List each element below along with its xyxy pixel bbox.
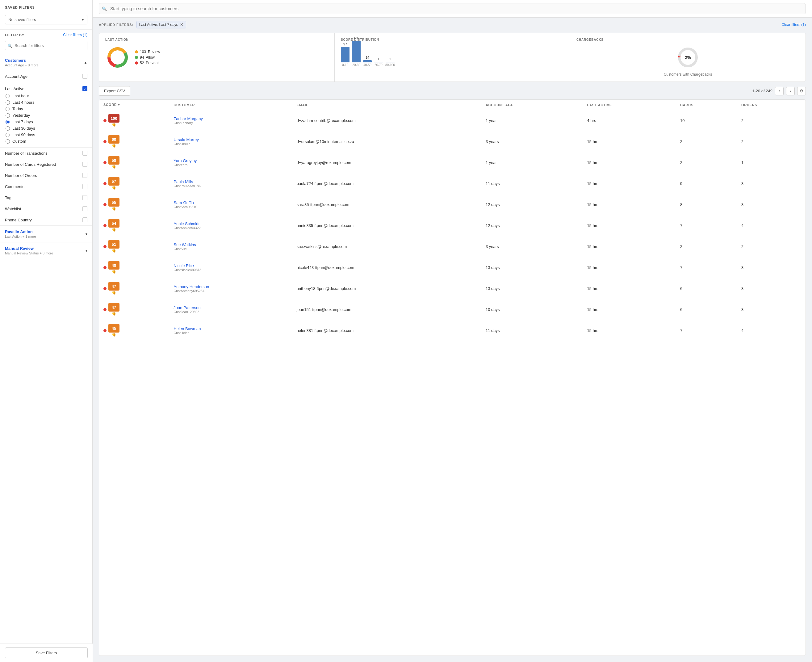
customer-cell: Helen Bowman CustHelen	[169, 320, 292, 341]
score-dot	[103, 308, 106, 311]
num-cards-checkbox[interactable]	[82, 162, 87, 167]
bar-60-79-rect	[374, 62, 383, 63]
customer-name[interactable]: Yara Greyjoy	[173, 158, 288, 163]
customer-name[interactable]: Anthony Henderson	[173, 284, 288, 289]
last-active-checkbox[interactable]: ✓	[82, 86, 87, 91]
score-dot	[103, 161, 106, 164]
customer-cell: Sue Watkins CustSue	[169, 236, 292, 257]
table-row[interactable]: 57 👎 Paula Mills CustPaula339186 paula72…	[99, 173, 806, 194]
cards-cell: 10	[676, 110, 737, 131]
watchlist-checkbox[interactable]	[82, 206, 87, 211]
saved-filters-header: SAVED FILTERS	[0, 0, 92, 12]
tag-filter[interactable]: Tag	[0, 192, 92, 203]
clear-filters-link[interactable]: Clear filters (1)	[63, 33, 87, 37]
orders-cell: 4	[737, 215, 806, 236]
radio-today[interactable]: Today	[6, 106, 87, 111]
table-row[interactable]: 51 👎 Sue Watkins CustSue sue.watkins@rex…	[99, 236, 806, 257]
table-row[interactable]: 58 👎 Yara Greyjoy CustYara d+yaragreyjoy…	[99, 152, 806, 173]
customer-id: CustPaula339186	[173, 184, 288, 188]
score-cell: 45 👎	[99, 320, 169, 341]
score-cell: 48 👎	[99, 257, 169, 278]
table-settings-button[interactable]: ⚙	[797, 87, 806, 95]
score-dot	[103, 329, 106, 332]
num-transactions-checkbox[interactable]	[82, 151, 87, 156]
tag-checkbox[interactable]	[82, 195, 87, 200]
export-csv-button[interactable]: Export CSV	[99, 86, 130, 96]
customer-name[interactable]: Sue Watkins	[173, 243, 288, 247]
chargebacks-label: Customers with Chargebacks	[664, 72, 712, 77]
radio-custom[interactable]: Custom	[6, 139, 87, 144]
table-toolbar: Export CSV 1-20 of 249 ‹ › ⚙	[93, 86, 812, 100]
allow-count: 94	[140, 55, 144, 59]
score-cell: 100 👎	[99, 110, 169, 131]
watchlist-filter[interactable]: Watchlist	[0, 203, 92, 214]
chip-close-icon[interactable]: ✕	[180, 22, 183, 27]
pagination-prev-button[interactable]: ‹	[775, 87, 783, 95]
num-transactions-filter[interactable]: Number of Transactions	[0, 148, 92, 159]
last-active-label: Last Active	[5, 87, 24, 91]
bar-0-19: 97 0-19	[341, 42, 350, 67]
account-age-cell: 10 days	[481, 299, 583, 320]
customer-cell: Zachar Morgany CustZachary	[169, 110, 292, 131]
review-count: 103	[140, 50, 146, 54]
customer-name[interactable]: Sara Griffin	[173, 200, 288, 205]
num-cards-filter[interactable]: Number of Cards Registered	[0, 159, 92, 170]
customer-name[interactable]: Annie Schmidt	[173, 222, 288, 226]
account-age-checkbox[interactable]	[82, 74, 87, 79]
bar-60-79-label: 60-79	[374, 63, 382, 67]
radio-last-4-hours[interactable]: Last 4 hours	[6, 100, 87, 104]
watchlist-label: Watchlist	[5, 207, 21, 211]
table-row[interactable]: 47 👎 Joan Patterson CustJoan120803 joan1…	[99, 299, 806, 320]
table-row[interactable]: 55 👎 Sara Griffin CustSara93610 sara35-f…	[99, 194, 806, 215]
search-icon: 🔍	[7, 43, 12, 48]
score-badge: 60	[108, 135, 119, 144]
table-row[interactable]: 47 👎 Anthony Henderson CustAnthony695264…	[99, 278, 806, 299]
score-badge: 45	[108, 324, 119, 333]
customer-name[interactable]: Zachar Morgany	[173, 116, 288, 121]
customers-section-header[interactable]: Customers Account Age + 8 more ▲	[0, 55, 92, 71]
account-age-filter-item[interactable]: Account Age	[0, 71, 92, 82]
customer-cell: Paula Mills CustPaula339186	[169, 173, 292, 194]
radio-last-7-days[interactable]: Last 7 days	[6, 119, 87, 124]
pagination-next-button[interactable]: ›	[786, 87, 795, 95]
table-row[interactable]: 48 👎 Nicole Rice CustNicole490313 nicole…	[99, 257, 806, 278]
manual-review-header[interactable]: Manual Review Manual Review Status + 3 m…	[0, 243, 92, 259]
filter-by-label: FILTER BY	[5, 33, 24, 37]
phone-country-filter[interactable]: Phone Country	[0, 214, 92, 225]
score-flag: 👎	[112, 123, 116, 127]
col-score[interactable]: SCORE ▾	[99, 100, 169, 110]
num-orders-filter[interactable]: Number of Orders	[0, 170, 92, 181]
radio-yesterday[interactable]: Yesterday	[6, 113, 87, 117]
cards-cell: 9	[676, 173, 737, 194]
table-row[interactable]: 100 👎 Zachar Morgany CustZachary d+zachm…	[99, 110, 806, 131]
bar-20-39: 136 20-39	[352, 36, 361, 67]
save-filters-button[interactable]: Save Filters	[5, 648, 88, 658]
num-orders-checkbox[interactable]	[82, 173, 87, 178]
last-active-header: Last Active ✓	[5, 83, 87, 93]
customer-search-input[interactable]	[99, 3, 806, 14]
radio-last-hour[interactable]: Last hour	[6, 93, 87, 98]
radio-last-90-days[interactable]: Last 90 days	[6, 132, 87, 137]
table-row[interactable]: 60 👎 Ursula Murrey CustUrsula d+ursulam@…	[99, 131, 806, 152]
saved-filters-select[interactable]: No saved filters ▾	[5, 15, 87, 24]
customer-name[interactable]: Joan Patterson	[173, 305, 288, 310]
comments-checkbox[interactable]	[82, 184, 87, 189]
table-row[interactable]: 45 👎 Helen Bowman CustHelen helen381-ftp…	[99, 320, 806, 341]
table-row[interactable]: 54 👎 Annie Schmidt CustAnnie894322 annie…	[99, 215, 806, 236]
customer-name[interactable]: Paula Mills	[173, 179, 288, 184]
phone-country-checkbox[interactable]	[82, 217, 87, 222]
score-distribution-chart: 97 0-19 136 20-39 14 40-59 1 60-	[341, 45, 564, 67]
customer-name[interactable]: Ursula Murrey	[173, 137, 288, 142]
comments-filter[interactable]: Comments	[0, 181, 92, 192]
num-orders-label: Number of Orders	[5, 173, 37, 178]
score-dot	[103, 245, 106, 248]
search-filters-input[interactable]	[5, 41, 87, 50]
score-dot	[103, 224, 106, 227]
orders-cell: 3	[737, 278, 806, 299]
customer-name[interactable]: Helen Bowman	[173, 326, 288, 331]
radio-last-30-days[interactable]: Last 30 days	[6, 126, 87, 131]
customers-table: SCORE ▾ CUSTOMER EMAIL ACCOUNT AGE LAST …	[99, 100, 806, 341]
ravelin-action-header[interactable]: Ravelin Action Last Action + 1 more ▾	[0, 226, 92, 242]
clear-all-filters-link[interactable]: Clear filters (1)	[782, 22, 806, 27]
customer-name[interactable]: Nicole Rice	[173, 264, 288, 268]
